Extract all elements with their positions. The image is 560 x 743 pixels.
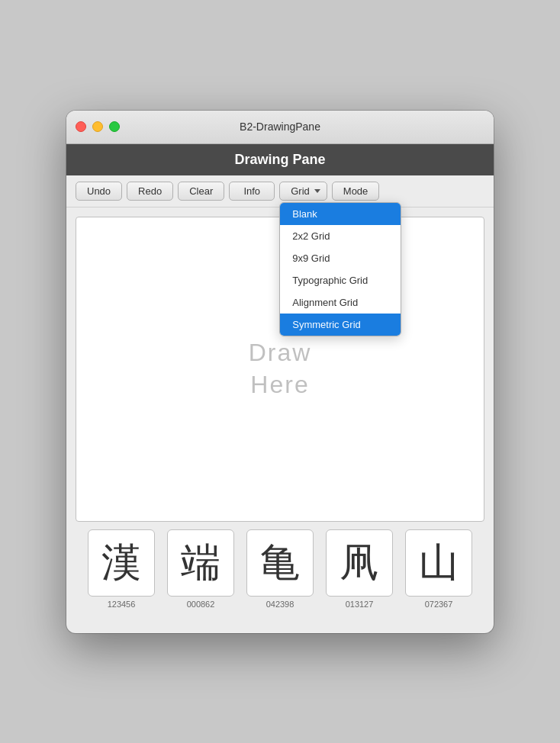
character-code: 013127: [346, 600, 374, 609]
character-code: 123456: [108, 600, 136, 609]
traffic-lights: [76, 121, 120, 132]
minimize-button[interactable]: [92, 121, 103, 132]
clear-button[interactable]: Clear: [178, 182, 224, 201]
grid-dropdown-container: Grid Blank 2x2 Grid 9x9 Grid Typographic…: [279, 182, 327, 201]
character-code: 000862: [187, 600, 215, 609]
character-box[interactable]: 端: [167, 529, 234, 597]
app-window: B2-DrawingPane Drawing Pane Undo Redo Cl…: [66, 111, 494, 633]
character-box[interactable]: 亀: [246, 529, 314, 597]
chevron-down-icon: [314, 189, 320, 193]
toolbar: Undo Redo Clear Info Grid Blank 2x2 Grid…: [66, 175, 494, 207]
close-button[interactable]: [76, 121, 86, 132]
app-header: Drawing Pane: [66, 144, 494, 175]
character-item: 亀042398: [246, 529, 314, 609]
character-code: 072367: [425, 600, 453, 609]
grid-button[interactable]: Grid: [279, 182, 327, 201]
window-title: B2-DrawingPane: [240, 121, 320, 133]
grid-option-symmetric[interactable]: Symmetric Grid: [280, 314, 401, 336]
grid-option-9x9[interactable]: 9x9 Grid: [280, 247, 401, 269]
character-item: 端000862: [167, 529, 234, 609]
app-title: Drawing Pane: [234, 152, 325, 167]
title-bar: B2-DrawingPane: [66, 111, 494, 144]
character-strip: 漢123456端000862亀042398凧013127山072367: [76, 522, 484, 612]
grid-dropdown-menu: Blank 2x2 Grid 9x9 Grid Typographic Grid…: [279, 202, 401, 336]
info-button[interactable]: Info: [229, 182, 275, 201]
character-item: 漢123456: [88, 529, 155, 609]
grid-option-blank[interactable]: Blank: [280, 203, 401, 225]
character-code: 042398: [266, 600, 294, 609]
grid-option-alignment[interactable]: Alignment Grid: [280, 291, 401, 314]
redo-button[interactable]: Redo: [127, 182, 173, 201]
character-box[interactable]: 凧: [326, 529, 393, 597]
character-box[interactable]: 漢: [88, 529, 155, 597]
draw-placeholder: Draw Here: [249, 337, 312, 400]
character-box[interactable]: 山: [405, 529, 472, 597]
grid-option-2x2[interactable]: 2x2 Grid: [280, 225, 401, 247]
undo-button[interactable]: Undo: [76, 182, 122, 201]
character-item: 凧013127: [326, 529, 393, 609]
grid-option-typographic[interactable]: Typographic Grid: [280, 269, 401, 291]
mode-button[interactable]: Mode: [332, 182, 380, 201]
maximize-button[interactable]: [109, 121, 120, 132]
character-item: 山072367: [405, 529, 472, 609]
